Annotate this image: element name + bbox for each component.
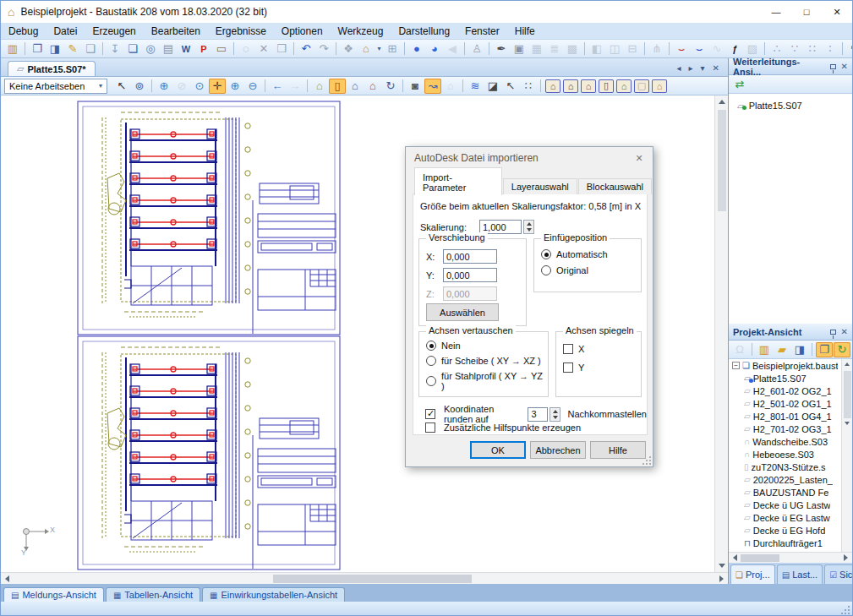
view-tab[interactable]: ▦ Tabellen-Ansicht — [106, 587, 200, 602]
tree-item[interactable]: ▱ 20200225_Lasten_ — [729, 473, 852, 486]
view-shed-icon[interactable]: ⌂ — [616, 79, 632, 93]
menu-item[interactable]: Bearbeiten — [144, 24, 208, 39]
camera-icon[interactable]: ◙ — [407, 79, 424, 94]
view-tab[interactable]: ▦ Einwirkungstabellen-Ansicht — [202, 587, 345, 602]
menu-item[interactable]: Hilfe — [507, 24, 543, 39]
zoom-previous-icon[interactable]: ⊘ — [173, 79, 190, 94]
dialog-title-bar[interactable]: AutoDesk Datei importieren ✕ — [406, 147, 653, 169]
scroll-left-icon[interactable] — [733, 554, 737, 561]
dialog-tab[interactable]: Layerauswahl — [503, 178, 577, 194]
close-icon[interactable]: ✕ — [841, 327, 848, 336]
tree-item[interactable]: ▱ Decke ü UG Lastw — [729, 499, 852, 511]
node-pair-icon[interactable]: ∵ — [786, 41, 803, 57]
dialog-tab[interactable]: Import-Parameter — [414, 167, 502, 195]
window-layout-icon[interactable]: ⊞ — [384, 41, 401, 57]
maximize-button[interactable]: □ — [791, 1, 822, 23]
new-project-icon[interactable]: ▥ — [4, 41, 21, 57]
zoom-all-icon[interactable]: ⊚ — [131, 79, 148, 94]
scroll-right-icon[interactable] — [719, 575, 724, 582]
minimize-button[interactable]: — — [761, 1, 791, 23]
checkbox-option[interactable]: X — [563, 344, 641, 354]
door-icon[interactable]: ▯ — [329, 79, 346, 94]
help-button[interactable]: Hilfe — [590, 441, 646, 459]
extra-helper-points-row[interactable]: Zusätzliche Hilfspunkte erzeugen — [425, 422, 581, 433]
document-tab[interactable]: ▱ Platte15.S07* — [8, 61, 96, 76]
view-forward-icon[interactable]: → — [287, 79, 303, 94]
canvas-horizontal-scrollbar[interactable] — [1, 572, 728, 584]
panel-tab[interactable]: ▤ Last... — [777, 564, 823, 584]
dialog-close-icon[interactable]: ✕ — [626, 153, 653, 164]
beam-load-red-icon[interactable]: ⌣ — [673, 41, 690, 57]
menu-item[interactable]: Werkzeug — [331, 24, 391, 39]
tree-item[interactable]: ▱ Platte15.S07 — [729, 372, 852, 384]
close-icon[interactable]: ✕ — [841, 62, 848, 71]
tree-item[interactable]: ▱ H2_701-02 OG3_1 — [729, 422, 852, 435]
scroll-right-icon[interactable] — [844, 554, 848, 561]
scroll-thumb[interactable] — [844, 371, 851, 418]
tree-item[interactable]: ▱ Decke ü EG Lastw — [729, 511, 852, 524]
select-point-button[interactable]: Auswählen — [426, 303, 499, 321]
tab-close-icon[interactable]: ✕ — [713, 63, 719, 73]
beam-diagram-icon[interactable]: ∿ — [708, 41, 725, 57]
pan-icon[interactable]: ✛ — [209, 79, 226, 94]
coordinates-icon[interactable]: ∷ — [520, 79, 537, 94]
comb-icon[interactable]: ≣ — [546, 41, 563, 57]
radio-option[interactable]: Original — [541, 265, 641, 275]
stamp-mid-icon[interactable]: ◫ — [606, 41, 623, 57]
dialog-resize-grip[interactable] — [642, 456, 651, 465]
home-dropdown-arrow-icon[interactable]: ▾ — [375, 41, 383, 57]
x-offset-input[interactable]: 0,000 — [443, 249, 497, 264]
select-cursor-icon[interactable]: ↖ — [113, 79, 130, 94]
scroll-up-icon[interactable] — [719, 100, 725, 104]
view-home-gold-icon[interactable]: ⌂ — [652, 79, 667, 93]
tree-horizontal-scrollbar[interactable] — [729, 552, 852, 563]
lock-icon[interactable]: Ω — [731, 342, 748, 357]
radio-option[interactable]: für Stahlprofil ( XY → YZ ) — [426, 371, 548, 391]
scroll-down-icon[interactable] — [719, 564, 725, 568]
render-select-icon[interactable]: ◕ — [426, 41, 443, 57]
zoom-dynamic-icon[interactable]: ⊙ — [191, 79, 208, 94]
tab-prev-icon[interactable]: ◂ — [677, 63, 681, 73]
word-export-icon[interactable]: W — [178, 41, 194, 57]
checkbox-icon[interactable] — [425, 409, 435, 419]
print-preview-icon[interactable]: ❏ — [124, 41, 141, 57]
scroll-left-icon[interactable] — [5, 575, 9, 582]
view-door-icon[interactable]: ▯ — [599, 79, 614, 93]
ok-button[interactable]: OK — [470, 441, 526, 459]
hatch-icon[interactable]: ▨ — [744, 41, 761, 57]
tree-item[interactable]: ▱ BAUZUSTAND Fe — [729, 486, 852, 499]
print-icon[interactable]: ▤ — [160, 41, 177, 57]
window-icon[interactable]: ❖ — [340, 41, 357, 57]
menu-item[interactable]: Ergebnisse — [208, 24, 274, 39]
pin-icon[interactable] — [830, 330, 836, 335]
crane-icon[interactable]: ⋔ — [648, 41, 665, 57]
node-single-icon[interactable]: ∴ — [768, 41, 785, 57]
undo-icon[interactable]: ↶ — [298, 41, 314, 57]
home-plan-icon[interactable]: ⌂ — [347, 79, 364, 94]
menu-item[interactable]: Optionen — [274, 24, 331, 39]
render-icon[interactable]: ● — [408, 41, 425, 57]
view-blank-icon[interactable]: ▢ — [634, 79, 649, 93]
node-group-icon[interactable]: ∷ — [804, 41, 821, 57]
waves-icon[interactable]: ≋ — [467, 79, 484, 94]
sync-view-icon[interactable]: ❐ — [816, 342, 833, 357]
screen-icon[interactable]: ▣ — [511, 41, 528, 57]
edit-icon[interactable]: ✎ — [64, 41, 81, 57]
scale-stepper[interactable] — [523, 220, 534, 234]
zoom-out-icon[interactable]: ⊖ — [244, 79, 261, 94]
resize-grip[interactable] — [841, 606, 850, 614]
dialog-tab[interactable]: Blockauswahl — [578, 178, 652, 194]
stamp-top-icon[interactable]: ◧ — [588, 41, 605, 57]
radio-option[interactable]: Automatisch — [541, 249, 641, 259]
checkbox-icon[interactable] — [425, 422, 435, 433]
tree-item[interactable]: ∩ Hebeoese.S03 — [729, 448, 852, 461]
radio-option[interactable]: Nein — [426, 341, 548, 351]
save-icon[interactable]: ◨ — [46, 41, 63, 57]
tree-item[interactable]: ▱ H2_601-02 OG2_1 — [729, 384, 852, 397]
view-roof-icon[interactable]: ⌂ — [581, 79, 596, 93]
home-small-icon[interactable]: ⌂ — [442, 79, 459, 94]
spin-down-icon[interactable] — [550, 414, 560, 421]
stamp-bottom-icon[interactable]: ⊟ — [624, 41, 641, 57]
pdf-export-icon[interactable]: P — [195, 41, 212, 57]
scroll-down-icon[interactable] — [845, 422, 850, 425]
